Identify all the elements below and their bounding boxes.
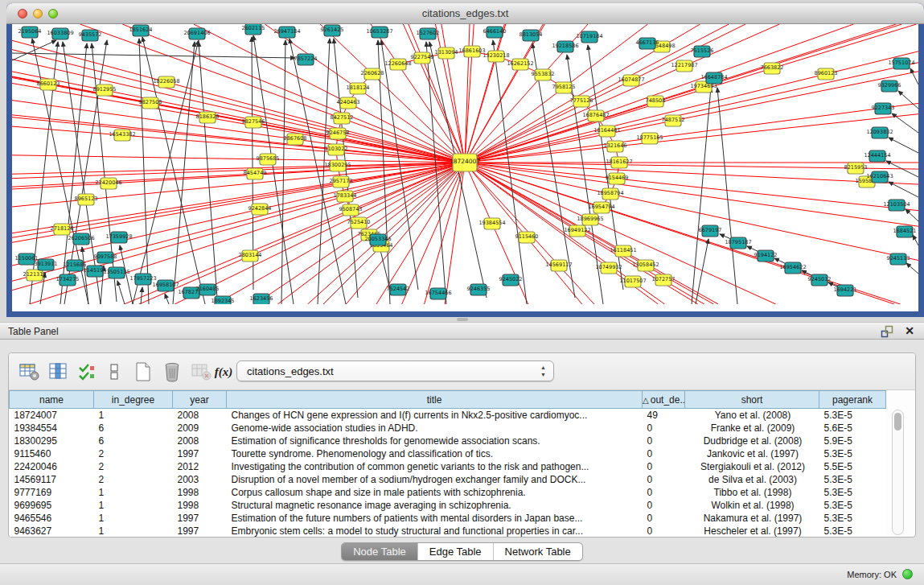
table-cell[interactable]: 5.6E-5 [819,422,886,435]
table-cell[interactable]: 5.3E-5 [819,447,886,460]
table-cell[interactable]: Dudbridge et al. (2008) [685,435,819,447]
table-row[interactable]: 977716911998Corpus callosum shape and si… [10,486,886,499]
table-cell[interactable]: Franke et al. (2009) [685,422,819,435]
citation-network-graph[interactable]: 8660123891295518226058982750816543382818… [12,24,918,304]
table-cell[interactable]: Stergiakouli et al. (2012) [685,460,819,473]
column-header-short[interactable]: short [685,391,819,409]
table-cell[interactable]: 5.3E-5 [819,486,886,499]
table-row[interactable]: 946554611997Estimation of the future num… [10,512,886,525]
table-cell[interactable]: Estimation of significance thresholds fo… [227,435,643,447]
network-canvas[interactable]: 8660123891295518226058982750816543382818… [12,24,918,311]
table-cell[interactable]: Structural magnetic resonance image aver… [227,499,643,512]
table-cell[interactable]: 0 [643,512,685,525]
table-cell[interactable]: 5.3E-5 [819,499,886,512]
table-cell[interactable]: 1998 [173,499,227,512]
new-table-button[interactable] [131,360,155,384]
table-cell[interactable]: Estimation of the future numbers of pati… [227,512,643,525]
function-builder-button[interactable]: f(x) [211,360,236,384]
table-cell[interactable]: 2009 [173,422,227,435]
table-cell[interactable]: 2 [94,447,173,460]
table-cell[interactable]: 0 [643,460,685,473]
table-row[interactable]: 911546021997Tourette syndrome. Phenomeno… [10,447,886,460]
table-cell[interactable]: 2008 [173,409,227,422]
row-height-button[interactable] [102,360,126,384]
table-cell[interactable]: Embryonic stem cells: a model to study s… [227,525,643,538]
column-header-pagerank[interactable]: pagerank [819,391,886,409]
table-cell[interactable]: 5.3E-5 [819,409,886,422]
table-cell[interactable]: 1 [94,512,173,525]
float-panel-icon[interactable] [881,325,893,338]
table-cell[interactable]: 1 [94,409,173,422]
column-header-year[interactable]: year [173,391,227,409]
table-cell[interactable]: Yano et al. (2008) [685,409,819,422]
select-columns-button[interactable] [75,360,99,384]
table-cell[interactable]: 0 [643,499,685,512]
table-options-button[interactable] [17,360,41,384]
table-cell[interactable]: 0 [643,447,685,460]
table-row[interactable]: 2242004622012Investigating the contribut… [10,460,886,473]
show-column-button[interactable] [46,360,70,384]
table-cell[interactable]: 49 [643,409,685,422]
table-cell[interactable]: 22420046 [10,460,94,473]
table-cell[interactable]: 9699695 [10,499,94,512]
table-cell[interactable]: 6 [94,435,173,447]
table-cell[interactable]: 5.3E-5 [819,512,886,525]
column-header-name[interactable]: name [10,391,94,409]
table-cell[interactable]: Disruption of a novel member of a sodium… [227,473,643,486]
table-cell[interactable]: 6 [94,422,173,435]
table-cell[interactable]: 0 [643,473,685,486]
table-cell[interactable]: 5.5E-5 [819,460,886,473]
table-row[interactable]: 1830029562008Estimation of significance … [10,435,886,447]
table-cell[interactable]: 5.9E-5 [819,435,886,447]
tab-node-table[interactable]: Node Table [342,543,418,560]
tab-network-table[interactable]: Network Table [494,543,582,560]
table-cell[interactable]: 1 [94,499,173,512]
delete-column-trash-button[interactable] [160,360,184,384]
table-cell[interactable]: Tourette syndrome. Phenomenology and cla… [227,447,643,460]
table-cell[interactable]: 9777169 [10,486,94,499]
table-cell[interactable]: 0 [643,525,685,538]
table-cell[interactable]: 2 [94,473,173,486]
table-cell[interactable]: 19384554 [10,422,94,435]
table-cell[interactable]: Genome-wide association studies in ADHD. [227,422,643,435]
table-cell[interactable]: Investigating the contribution of common… [227,460,643,473]
table-cell[interactable]: Nakamura et al. (1997) [685,512,819,525]
column-header-title[interactable]: title [227,391,643,409]
table-row[interactable]: 946362711997Embryonic stem cells: a mode… [10,525,886,538]
table-cell[interactable]: Changes of HCN gene expression and I(f) … [227,409,643,422]
column-header-in_degree[interactable]: in_degree [94,391,173,409]
table-cell[interactable]: 5.3E-5 [819,525,886,538]
table-cell[interactable]: 0 [643,486,685,499]
table-cell[interactable]: 2003 [173,473,227,486]
table-cell[interactable]: Hescheler et al. (1997) [685,525,819,538]
table-cell[interactable]: 18300295 [10,435,94,447]
table-cell[interactable]: 1 [94,525,173,538]
scrollbar-thumb[interactable] [894,413,901,431]
table-cell[interactable]: 1997 [173,525,227,538]
table-cell[interactable]: 1998 [173,486,227,499]
table-cell[interactable]: Jankovic et al. (1997) [685,447,819,460]
table-cell[interactable]: 1997 [173,447,227,460]
table-cell[interactable]: Tibbo et al. (1998) [685,486,819,499]
memory-status-icon[interactable] [902,569,913,579]
table-row[interactable]: 1938455462009Genome-wide association stu… [10,422,886,435]
table-cell[interactable]: 9463627 [10,525,94,538]
close-panel-icon[interactable]: ✕ [905,324,914,337]
network-window-titlebar[interactable]: citations_edges.txt [6,3,924,24]
table-cell[interactable]: Wolkin et al. (1998) [685,499,819,512]
table-selector-combobox[interactable]: citations_edges.txt ▲▼ [236,360,554,381]
table-cell[interactable]: 2012 [173,460,227,473]
table-vertical-scrollbar[interactable] [892,410,904,535]
table-cell[interactable]: 14569117 [10,473,94,486]
splitter-grip[interactable] [457,318,468,321]
table-cell[interactable]: Corpus callosum shape and size in male p… [227,486,643,499]
table-cell[interactable]: 0 [643,435,685,447]
column-header-out_de[interactable]: △out_de... [643,391,685,409]
table-cell[interactable]: 18724007 [10,409,94,422]
table-cell[interactable]: 2 [94,460,173,473]
table-cell[interactable]: 2008 [173,435,227,447]
table-cell[interactable]: 1997 [173,512,227,525]
table-cell[interactable]: 0 [643,422,685,435]
table-cell[interactable]: 1 [94,486,173,499]
table-cell[interactable]: 9465546 [10,512,94,525]
